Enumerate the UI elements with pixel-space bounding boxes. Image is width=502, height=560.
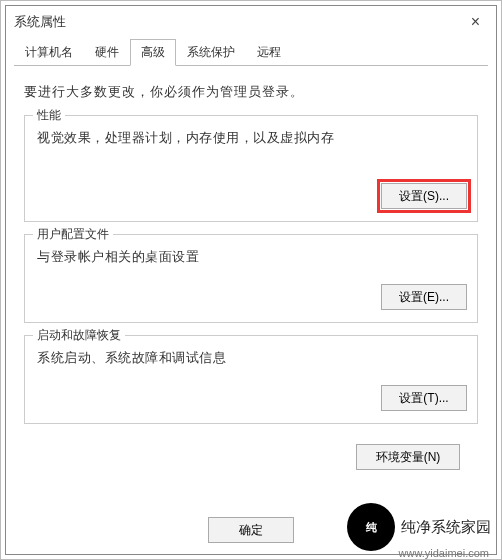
- group-user-profile: 用户配置文件 与登录帐户相关的桌面设置 设置(E)...: [24, 234, 478, 323]
- tab-system-protection[interactable]: 系统保护: [176, 39, 246, 66]
- startup-recovery-settings-button[interactable]: 设置(T)...: [381, 385, 467, 411]
- group-performance: 性能 视觉效果，处理器计划，内存使用，以及虚拟内存 设置(S)...: [24, 115, 478, 222]
- close-icon[interactable]: ×: [463, 13, 488, 31]
- group-performance-legend: 性能: [33, 107, 65, 124]
- group-user-profile-legend: 用户配置文件: [33, 226, 113, 243]
- ok-button[interactable]: 确定: [208, 517, 294, 543]
- tab-remote[interactable]: 远程: [246, 39, 292, 66]
- user-profile-settings-button[interactable]: 设置(E)...: [381, 284, 467, 310]
- group-startup-recovery: 启动和故障恢复 系统启动、系统故障和调试信息 设置(T)...: [24, 335, 478, 424]
- environment-variables-button[interactable]: 环境变量(N): [356, 444, 460, 470]
- tab-strip: 计算机名 硬件 高级 系统保护 远程: [14, 38, 488, 66]
- tab-hardware[interactable]: 硬件: [84, 39, 130, 66]
- tab-panel-advanced: 要进行大多数更改，你必须作为管理员登录。 性能 视觉效果，处理器计划，内存使用，…: [6, 66, 496, 482]
- tab-advanced[interactable]: 高级: [130, 39, 176, 66]
- group-startup-recovery-desc: 系统启动、系统故障和调试信息: [37, 350, 467, 367]
- tab-computer-name[interactable]: 计算机名: [14, 39, 84, 66]
- title-bar: 系统属性 ×: [6, 6, 496, 38]
- performance-settings-button[interactable]: 设置(S)...: [381, 183, 467, 209]
- group-startup-recovery-legend: 启动和故障恢复: [33, 327, 125, 344]
- group-performance-desc: 视觉效果，处理器计划，内存使用，以及虚拟内存: [37, 130, 467, 147]
- group-user-profile-desc: 与登录帐户相关的桌面设置: [37, 249, 467, 266]
- window-title: 系统属性: [14, 13, 463, 31]
- admin-required-text: 要进行大多数更改，你必须作为管理员登录。: [24, 84, 478, 101]
- dialog-window: 系统属性 × 计算机名 硬件 高级 系统保护 远程 要进行大多数更改，你必须作为…: [5, 5, 497, 555]
- watermark-url: www.yidaimei.com: [399, 547, 489, 559]
